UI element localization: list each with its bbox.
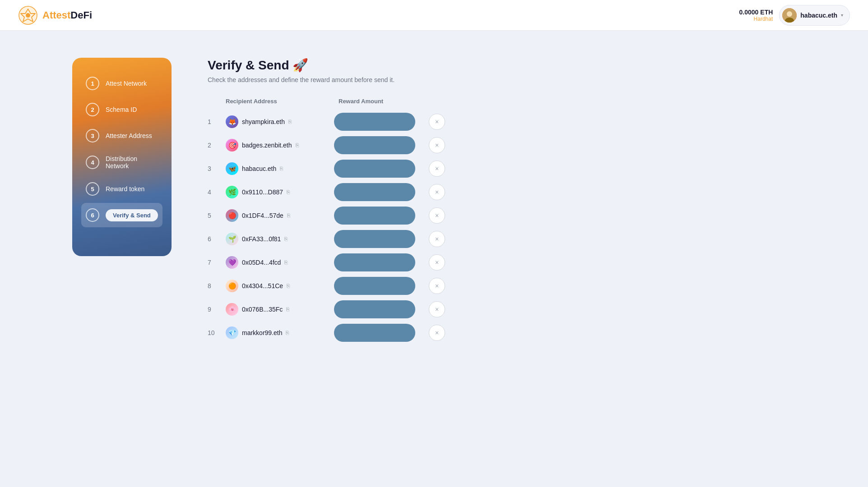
reward-amount-input-4[interactable]: [334, 183, 415, 201]
remove-recipient-4[interactable]: ×: [429, 184, 445, 200]
remove-recipient-8[interactable]: ×: [429, 278, 445, 294]
col-remove-header: [424, 98, 451, 105]
copy-address-9[interactable]: ⎘: [286, 306, 289, 312]
recipient-cell-4: 🌿0x9110...D887⎘: [226, 186, 334, 198]
page-subtitle: Check the addresses and define the rewar…: [208, 76, 460, 83]
reward-amount-input-10[interactable]: [334, 324, 415, 342]
remove-recipient-3[interactable]: ×: [429, 161, 445, 177]
eth-amount: 0.0000 ETH: [739, 9, 773, 16]
main-content: Verify & Send 🚀 Check the addresses and …: [208, 58, 460, 345]
table-header: Recipient Address Reward Amount: [208, 98, 460, 108]
step-circle-6: 6: [86, 208, 99, 222]
logo-icon: [18, 5, 38, 25]
step-circle-3: 3: [86, 129, 99, 142]
sidebar-step-3[interactable]: 3Attester Address: [81, 124, 162, 148]
recipient-cell-2: 🎯badges.zenbit.eth⎘: [226, 139, 334, 152]
recipient-name-2: badges.zenbit.eth: [242, 142, 292, 149]
recipient-avatar-10: 💎: [226, 326, 238, 339]
copy-address-6[interactable]: ⎘: [284, 236, 288, 242]
header-right: 0.0000 ETH Hardhat habacuc.eth ▾: [739, 5, 850, 26]
recipients-list: 1🦊shyampkira.eth⎘×2🎯badges.zenbit.eth⎘×3…: [208, 110, 460, 345]
row-number-2: 2: [208, 142, 226, 149]
step-label-4: Distribution Network: [106, 155, 158, 170]
recipient-cell-9: 🌸0x076B...35Fc⎘: [226, 303, 334, 316]
step-circle-2: 2: [86, 103, 99, 116]
table-row: 4🌿0x9110...D887⎘×: [208, 180, 460, 204]
row-number-1: 1: [208, 118, 226, 125]
recipient-name-3: habacuc.eth: [242, 165, 276, 172]
reward-amount-input-8[interactable]: [334, 277, 415, 295]
recipient-avatar-1: 🦊: [226, 115, 238, 128]
user-name: habacuc.eth: [800, 12, 837, 19]
copy-address-2[interactable]: ⎘: [296, 142, 299, 148]
remove-recipient-1[interactable]: ×: [429, 114, 445, 130]
remove-recipient-9[interactable]: ×: [429, 301, 445, 317]
row-number-9: 9: [208, 306, 226, 313]
reward-amount-input-2[interactable]: [334, 136, 415, 154]
copy-address-1[interactable]: ⎘: [288, 119, 292, 125]
eth-balance: 0.0000 ETH Hardhat: [739, 9, 773, 22]
page-title: Verify & Send 🚀: [208, 58, 460, 73]
reward-amount-input-7[interactable]: [334, 253, 415, 271]
logo[interactable]: AttestDeFi: [18, 5, 92, 25]
recipient-avatar-8: 🟠: [226, 280, 238, 292]
step-label-5: Reward token: [106, 185, 144, 193]
sidebar-step-5[interactable]: 5Reward token: [81, 177, 162, 201]
recipient-name-5: 0x1DF4...57de: [242, 212, 283, 219]
sidebar-step-6[interactable]: 6Verify & Send: [81, 203, 162, 227]
row-number-3: 3: [208, 165, 226, 172]
copy-address-10[interactable]: ⎘: [286, 330, 289, 336]
col-reward-header: Reward Amount: [334, 98, 424, 105]
step-circle-4: 4: [86, 156, 99, 169]
recipients-table: Recipient Address Reward Amount 1🦊shyamp…: [208, 98, 460, 345]
svg-point-1: [26, 13, 30, 18]
recipient-avatar-9: 🌸: [226, 303, 238, 316]
col-number: [208, 98, 226, 105]
copy-address-5[interactable]: ⎘: [287, 212, 290, 219]
table-row: 5🔴0x1DF4...57de⎘×: [208, 204, 460, 227]
row-number-7: 7: [208, 259, 226, 266]
sidebar-step-2[interactable]: 2Schema ID: [81, 97, 162, 122]
chevron-down-icon: ▾: [841, 13, 843, 18]
remove-recipient-2[interactable]: ×: [429, 137, 445, 153]
table-row: 2🎯badges.zenbit.eth⎘×: [208, 133, 460, 157]
reward-amount-input-9[interactable]: [334, 300, 415, 318]
recipient-cell-5: 🔴0x1DF4...57de⎘: [226, 209, 334, 222]
reward-amount-input-1[interactable]: [334, 113, 415, 131]
recipient-cell-3: 🦋habacuc.eth⎘: [226, 162, 334, 175]
step-circle-1: 1: [86, 77, 99, 90]
row-number-8: 8: [208, 282, 226, 289]
recipient-cell-10: 💎markkor99.eth⎘: [226, 326, 334, 339]
recipient-name-10: markkor99.eth: [242, 329, 282, 336]
row-number-10: 10: [208, 329, 226, 336]
step-label-1: Attest Network: [106, 80, 147, 87]
recipient-cell-6: 🌱0xFA33...0f81⎘: [226, 233, 334, 245]
reward-amount-input-6[interactable]: [334, 230, 415, 248]
recipient-avatar-5: 🔴: [226, 209, 238, 222]
copy-address-7[interactable]: ⎘: [284, 259, 288, 266]
user-badge[interactable]: habacuc.eth ▾: [779, 5, 850, 26]
recipient-name-7: 0x05D4...4fcd: [242, 259, 281, 266]
remove-recipient-5[interactable]: ×: [429, 207, 445, 224]
reward-amount-input-3[interactable]: [334, 160, 415, 178]
copy-address-8[interactable]: ⎘: [287, 283, 290, 289]
row-number-5: 5: [208, 212, 226, 219]
recipient-name-9: 0x076B...35Fc: [242, 306, 283, 313]
recipient-avatar-3: 🦋: [226, 162, 238, 175]
recipient-cell-8: 🟠0x4304...51Ce⎘: [226, 280, 334, 292]
verify-send-button[interactable]: Verify & Send: [106, 209, 158, 221]
remove-recipient-6[interactable]: ×: [429, 231, 445, 247]
sidebar-step-4[interactable]: 4Distribution Network: [81, 150, 162, 175]
remove-recipient-7[interactable]: ×: [429, 254, 445, 271]
step-circle-5: 5: [86, 182, 99, 196]
main-layout: 1Attest Network2Schema ID3Attester Addre…: [0, 31, 868, 372]
table-row: 1🦊shyampkira.eth⎘×: [208, 110, 460, 133]
reward-amount-input-5[interactable]: [334, 207, 415, 225]
copy-address-4[interactable]: ⎘: [287, 189, 290, 195]
recipient-name-4: 0x9110...D887: [242, 188, 283, 196]
remove-recipient-10[interactable]: ×: [429, 325, 445, 341]
avatar: [782, 8, 797, 23]
copy-address-3[interactable]: ⎘: [280, 165, 283, 172]
recipient-avatar-7: 💜: [226, 256, 238, 269]
sidebar-step-1[interactable]: 1Attest Network: [81, 71, 162, 96]
